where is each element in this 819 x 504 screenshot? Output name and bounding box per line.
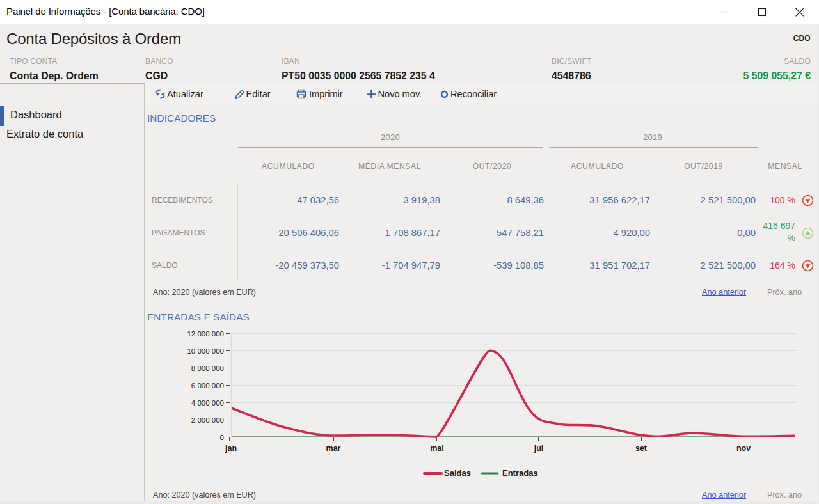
svg-text:8 000 000: 8 000 000 — [191, 365, 224, 372]
svg-text:0: 0 — [220, 434, 224, 441]
svg-text:jul: jul — [534, 444, 544, 453]
svg-text:mai: mai — [430, 444, 444, 453]
svg-text:set: set — [635, 444, 648, 453]
svg-text:10 000 000: 10 000 000 — [187, 347, 224, 355]
svg-text:jan: jan — [225, 444, 237, 453]
svg-text:12 000 000: 12 000 000 — [187, 330, 224, 338]
svg-text:6 000 000: 6 000 000 — [191, 382, 224, 390]
svg-text:2 000 000: 2 000 000 — [191, 416, 224, 424]
svg-text:4 000 000: 4 000 000 — [191, 399, 224, 407]
svg-text:nov: nov — [736, 444, 751, 453]
svg-text:mar: mar — [326, 444, 341, 453]
